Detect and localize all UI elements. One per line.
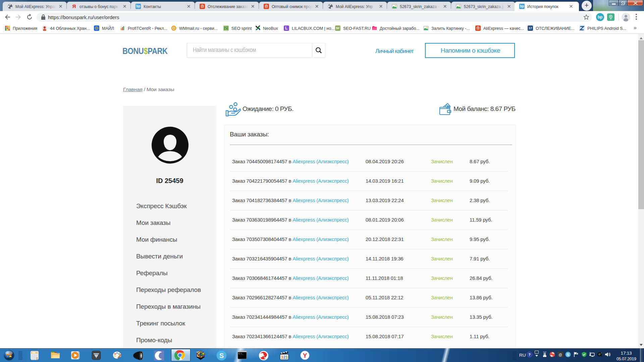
svg-text:3: 3 — [281, 355, 283, 360]
svg-text:?: ? — [528, 353, 531, 357]
svg-text:0: 0 — [36, 352, 37, 354]
svg-text:1: 1 — [285, 355, 288, 360]
svg-text:C:\_: C:\_ — [238, 352, 244, 355]
svg-text:@: @ — [558, 353, 562, 357]
svg-text:S: S — [567, 353, 569, 357]
svg-text:S: S — [219, 352, 224, 359]
svg-text:Y: Y — [303, 352, 307, 359]
